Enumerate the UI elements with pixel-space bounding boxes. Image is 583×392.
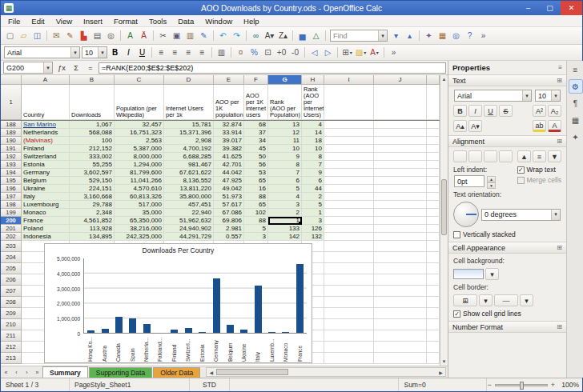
section-number-format-header[interactable]: Number Format ⊞ xyxy=(448,321,566,333)
cell-J208[interactable] xyxy=(374,297,427,308)
cell-F189[interactable]: 37 xyxy=(244,129,268,137)
row-header-189[interactable]: 189 xyxy=(1,129,22,137)
cell-C198[interactable]: 517,000 xyxy=(115,201,164,209)
cell-G191[interactable]: 10 xyxy=(268,145,302,153)
row-header-206[interactable]: 206 xyxy=(1,274,22,286)
maximize-button[interactable]: ▢ xyxy=(539,1,561,15)
dropdown-icon[interactable]: ▾ xyxy=(43,62,52,73)
cell-A202[interactable]: Indonesia xyxy=(22,233,70,241)
align-middle-icon[interactable]: ≡ xyxy=(533,150,546,162)
cell-I188[interactable] xyxy=(324,121,374,129)
row-header-203[interactable]: 203 xyxy=(1,241,22,252)
cell-H190[interactable]: 18 xyxy=(302,137,324,145)
cell-G1[interactable]: Rank (AOO per Population) xyxy=(268,85,302,120)
cut-icon[interactable]: ✂ xyxy=(156,29,170,43)
chart-bar-austria[interactable] xyxy=(102,329,109,333)
cell-G199[interactable]: 2 xyxy=(268,209,302,217)
open-icon[interactable]: ▱ xyxy=(17,29,30,43)
cell-J202[interactable] xyxy=(374,233,427,241)
navigator-tab-icon[interactable]: ✦ xyxy=(569,130,583,144)
cell-G201[interactable]: 133 xyxy=(268,225,302,233)
cell-G200[interactable]: 1 xyxy=(268,217,302,225)
horizontal-scrollbar[interactable]: ◀ ▶ xyxy=(206,367,446,377)
row-header-201[interactable]: 201 xyxy=(1,225,22,233)
new-document-icon[interactable]: ▢ xyxy=(3,29,17,43)
cell-F202[interactable]: 3 xyxy=(244,233,268,241)
cell-I210[interactable] xyxy=(324,319,374,330)
clone-formatting-icon[interactable]: ✎ xyxy=(197,29,211,43)
delete-decimal-icon[interactable]: -0 xyxy=(288,46,302,60)
cell-C192[interactable]: 8,000,000 xyxy=(115,153,164,161)
cell-D195[interactable]: 8,136,552 xyxy=(164,177,214,185)
hyperlink-icon[interactable]: ∞ xyxy=(249,29,263,43)
cell-D188[interactable]: 15,781 xyxy=(164,121,214,129)
cell-G189[interactable]: 12 xyxy=(268,129,302,137)
cell-C194[interactable]: 81,799,600 xyxy=(115,169,164,177)
horizontal-scroll-thumb[interactable] xyxy=(216,369,288,375)
insert-chart-icon[interactable]: ▅ xyxy=(296,29,309,43)
cell-F191[interactable]: 45 xyxy=(244,145,268,153)
align-bottom-icon[interactable]: ▼ xyxy=(548,150,561,162)
cell-E190[interactable]: 39.017 xyxy=(214,137,244,145)
chart-bar-netherla[interactable] xyxy=(143,324,151,333)
menu-edit[interactable]: Edit xyxy=(26,17,50,26)
section-cell-appearance-header[interactable]: Cell Appearance ⊞ xyxy=(448,242,566,254)
cell-J205[interactable] xyxy=(374,263,427,274)
cell-D198[interactable]: 457,451 xyxy=(164,201,214,209)
sidebar-font-name-combo[interactable]: Arial ▾ xyxy=(454,90,532,102)
cell-J211[interactable] xyxy=(374,330,427,342)
sort-ascending-icon[interactable]: A▾ xyxy=(263,29,276,43)
cell-D201[interactable]: 24,940,902 xyxy=(164,225,214,233)
cell-C188[interactable]: 32,457 xyxy=(115,121,164,129)
cell-E194[interactable]: 44.042 xyxy=(214,169,244,177)
cell-B191[interactable]: 212,152 xyxy=(70,145,115,153)
chart-bar-ukraine[interactable] xyxy=(240,330,247,333)
cell-D197[interactable]: 35,800,000 xyxy=(164,193,214,201)
styles-tab-icon[interactable]: ¶ xyxy=(569,96,583,110)
cell-border-line-dropdown-icon[interactable]: ▾ xyxy=(520,294,533,306)
cell-B197[interactable]: 3,160,668 xyxy=(70,193,115,201)
cell-A1[interactable]: Country xyxy=(22,85,70,120)
spellcheck-icon[interactable]: A xyxy=(123,29,137,43)
cell-E200[interactable]: 69.806 xyxy=(214,217,244,225)
cell-E193[interactable]: 42.701 xyxy=(214,161,244,169)
cell-G195[interactable]: 6 xyxy=(268,177,302,185)
cell-D190[interactable]: 2,908 xyxy=(164,137,214,145)
cell-C197[interactable]: 60,813,326 xyxy=(115,193,164,201)
cell-C193[interactable]: 1,294,000 xyxy=(115,161,164,169)
cell-A192[interactable]: Switzerland xyxy=(22,153,70,161)
cell-I200[interactable] xyxy=(324,217,374,225)
cell-J212[interactable] xyxy=(374,342,427,353)
cell-E199[interactable]: 67.086 xyxy=(214,209,244,217)
cell-H189[interactable]: 14 xyxy=(302,129,324,137)
row-header-200[interactable]: 200 xyxy=(1,217,22,225)
cell-G190[interactable]: 11 xyxy=(268,137,302,145)
cell-J189[interactable] xyxy=(374,129,427,137)
menu-help[interactable]: Help xyxy=(238,17,265,26)
cell-I199[interactable] xyxy=(324,209,374,217)
cell-I207[interactable] xyxy=(324,286,374,297)
cell-I203[interactable] xyxy=(324,241,374,252)
cell-J207[interactable] xyxy=(374,286,427,297)
chart-bar-italy[interactable] xyxy=(255,286,262,333)
cell-J210[interactable] xyxy=(374,319,427,330)
vertically-stacked-checkbox[interactable]: Vertically stacked xyxy=(453,230,561,238)
zoom-slider[interactable] xyxy=(495,384,548,386)
cell-F197[interactable]: 88 xyxy=(244,193,268,201)
row-header-194[interactable]: 194 xyxy=(1,169,22,177)
section-alignment-header[interactable]: Alignment ⊞ xyxy=(448,135,566,147)
font-name-combo[interactable]: Arial ▾ xyxy=(4,46,80,58)
cell-I204[interactable] xyxy=(324,252,374,263)
cell-E188[interactable]: 32.874 xyxy=(214,121,244,129)
cell-G202[interactable]: 142 xyxy=(268,233,302,241)
cell-A200[interactable]: France xyxy=(22,217,70,225)
cell-E192[interactable]: 41.625 xyxy=(214,153,244,161)
cell-I197[interactable] xyxy=(324,193,374,201)
cell-A193[interactable]: Estonia xyxy=(22,161,70,169)
cell-H194[interactable]: 9 xyxy=(302,169,324,177)
align-left-icon[interactable]: ≡ xyxy=(155,46,168,60)
row-header-197[interactable]: 197 xyxy=(1,193,22,201)
cell-F198[interactable]: 65 xyxy=(244,201,268,209)
stepper-up-icon[interactable]: ▲ xyxy=(487,176,496,182)
column-header-A[interactable]: A xyxy=(22,75,70,85)
